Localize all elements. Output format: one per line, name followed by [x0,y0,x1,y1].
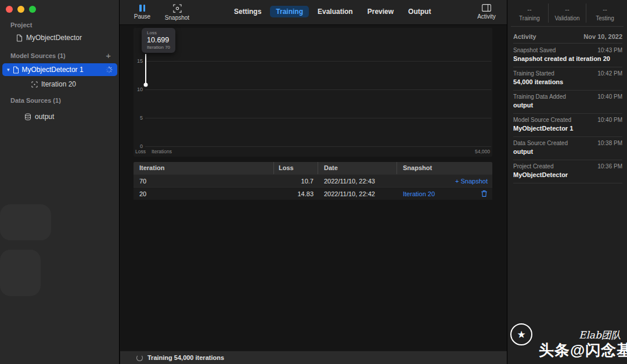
metric-validation: -- Validation [548,3,586,23]
event-detail: MyObjectDetector [513,171,622,178]
event-title: Snapshot Saved [513,47,556,53]
cell-iteration: 70 [134,175,274,187]
watermark-logo: ★ [510,323,532,345]
event-title: Data Source Created [513,140,568,146]
event-title: Model Source Created [513,117,571,123]
watermark-smudge [0,204,51,240]
zoom-button[interactable] [29,6,36,13]
event-detail: output [513,148,622,155]
minimize-button[interactable] [17,6,24,13]
pause-button[interactable]: Pause [130,5,154,20]
event-time: 10:42 PM [597,70,622,77]
event-detail: MyObjectDetector 1 [513,125,622,132]
table-row[interactable]: 20 14.83 2022/11/10, 22:42 Iteration 20 [134,187,492,200]
activity-event: Training Data Added 10:40 PM output [513,91,622,114]
progress-spinner-icon [136,355,143,361]
status-text: Training 54,000 iterations [147,354,224,361]
activity-title: Activity [513,33,536,40]
document-icon [13,66,19,74]
model-source-label: MyObjectDetector 1 [22,66,103,74]
activity-event: Data Source Created 10:38 PM output [513,137,622,160]
tooltip-metric-label: Loss [147,30,170,35]
sidebar: Project MyObjectDetector Model Sources (… [0,0,120,364]
tooltip-iteration: Iteration 70 [147,45,170,50]
sidebar-item-output[interactable]: output [24,111,54,122]
event-detail: output [513,102,622,109]
output-item-label: output [35,113,54,121]
model-sources-section-label: Model Sources (1) [10,52,66,59]
event-time: 10:40 PM [597,93,622,100]
sidebar-item-project[interactable]: MyObjectDetector [16,32,82,44]
pause-label: Pause [134,13,150,20]
cell-date: 2022/11/10, 22:43 [318,175,397,187]
add-model-source-button[interactable]: + [106,51,111,60]
activity-icon [482,4,491,12]
event-time: 10:40 PM [597,117,622,123]
status-bar: Training 54,000 iterations [120,351,507,364]
project-item-label: MyObjectDetector [26,34,82,42]
watermark-text-large: 头条@闪念基因 [539,340,627,361]
snapshot-button[interactable]: Snapshot [163,4,192,21]
sidebar-item-model-source-selected[interactable]: ▾ MyObjectDetector 1 [2,63,117,76]
pause-icon [139,5,145,12]
iteration-20-link[interactable]: Iteration 20 [403,188,435,200]
tooltip-loss-value: 10.699 [147,36,170,44]
cell-loss: 10.7 [274,175,318,187]
activity-button[interactable]: Activity [472,4,501,20]
snapshot-icon [173,4,182,13]
cell-loss: 14.83 [274,188,318,200]
snapshot-label: Snapshot [165,15,189,21]
app-window: Project MyObjectDetector Model Sources (… [0,0,627,364]
snapshot-small-icon [31,81,38,88]
metric-testing: -- Testing [586,3,624,23]
tab-output[interactable]: Output [402,6,437,17]
loss-curve [134,28,492,157]
data-sources-section-label: Data Sources (1) [10,97,61,104]
y-axis-label: Loss [135,149,146,154]
training-spinner-icon [106,66,113,73]
data-source-icon [24,113,31,121]
iterations-table: Iteration Loss Date Snapshot 70 10.7 202… [134,162,492,200]
tab-training[interactable]: Training [270,6,309,17]
mode-tabs: Settings Training Evaluation Preview Out… [228,6,437,17]
col-header-iteration[interactable]: Iteration [134,162,274,174]
sidebar-item-iteration-20[interactable]: Iteration 20 [31,78,76,90]
chevron-down-icon[interactable]: ▾ [7,67,10,73]
activity-header: Activity Nov 10, 2022 [513,33,622,44]
table-header: Iteration Loss Date Snapshot [134,162,492,174]
activity-list: Snapshot Saved 10:43 PM Snapshot created… [513,44,622,183]
event-time: 10:43 PM [597,47,622,53]
chart-tooltip: Loss 10.699 Iteration 70 [142,28,175,53]
metrics-summary: -- Training -- Validation -- Testing [511,3,624,27]
x-axis-label: Iterations [152,149,172,154]
tab-settings[interactable]: Settings [228,6,267,17]
tab-evaluation[interactable]: Evaluation [312,6,359,17]
x-max-label: 54,000 [475,149,490,154]
cell-iteration: 20 [134,188,274,200]
event-detail: Snapshot created at iteration 20 [513,55,622,62]
trash-icon[interactable] [481,190,488,197]
col-header-date[interactable]: Date [318,162,397,174]
event-title: Training Started [513,70,554,77]
event-title: Project Created [513,163,553,170]
tab-preview[interactable]: Preview [362,6,399,17]
activity-event: Snapshot Saved 10:43 PM Snapshot created… [513,44,622,67]
close-button[interactable] [6,6,13,13]
activity-event: Training Started 10:42 PM 54,000 iterati… [513,67,622,91]
activity-event: Model Source Created 10:40 PM MyObjectDe… [513,114,622,137]
project-section-label: Project [10,21,32,28]
iteration-item-label: Iteration 20 [41,80,76,88]
table-row[interactable]: 70 10.7 2022/11/10, 22:43 + Snapshot [134,174,492,187]
current-loss-point [144,83,148,87]
loss-chart[interactable]: 15 10 5 0 Loss 10.699 Iteration 70 Loss … [134,28,492,157]
activity-date: Nov 10, 2022 [583,33,622,40]
document-icon [16,34,23,42]
col-header-loss[interactable]: Loss [274,162,318,174]
col-header-snapshot[interactable]: Snapshot [397,162,492,174]
activity-event: Project Created 10:36 PM MyObjectDetecto… [513,160,622,183]
event-title: Training Data Added [513,93,566,100]
activity-panel: -- Training -- Validation -- Testing Act… [507,0,627,364]
event-time: 10:38 PM [597,140,622,146]
add-snapshot-link[interactable]: + Snapshot [455,175,488,188]
cell-date: 2022/11/10, 22:42 [318,188,397,200]
